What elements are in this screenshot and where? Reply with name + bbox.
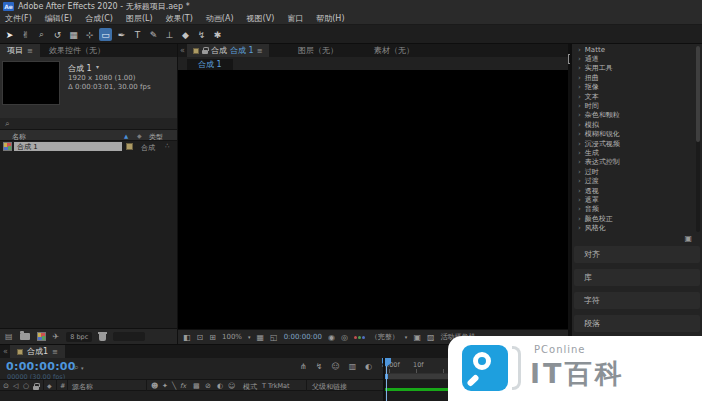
effects-category[interactable]: ›Matte [572,45,696,54]
brush-tool[interactable]: ✎ [147,28,160,41]
effects-category[interactable]: ›模糊和锐化 [572,130,696,139]
comp-name[interactable]: 合成 1 [68,63,92,74]
selection-tool[interactable]: ➤ [3,28,16,41]
shy-icon[interactable]: ☺ [331,362,339,371]
effects-category[interactable]: ›表达式控制 [572,158,696,167]
shy-column-icon[interactable]: ☻ [151,382,158,390]
chevron-down-icon[interactable]: ▾ [248,334,251,340]
tab-effect-controls[interactable]: 效果控件（无） [40,44,114,57]
effects-category[interactable]: ›文本 [572,92,696,101]
tab-footage[interactable]: 素材（无） [374,44,414,57]
pan-behind-tool[interactable]: ⊹ [83,28,96,41]
grid-guides-icon[interactable]: ▦ [257,333,265,342]
effects-category[interactable]: ›颜色校正 [572,214,696,223]
effects-category[interactable]: ›实用工具 [572,64,696,73]
menu-window[interactable]: 窗口 [287,13,303,24]
panel-character[interactable]: 字符 [574,292,700,309]
quality-column-icon[interactable]: ╲ [172,382,176,390]
menu-help[interactable]: 帮助(H) [316,13,344,24]
scrollbar-thumb[interactable] [696,46,700,142]
menu-file[interactable]: 文件(F) [5,13,32,24]
show-snapshot-icon[interactable]: ◎ [341,333,348,342]
chevron-down-icon[interactable]: ▾ [405,334,408,340]
rotation-tool[interactable]: ↺ [51,28,64,41]
effects-category[interactable]: ›音频 [572,205,696,214]
trash-icon[interactable] [99,334,106,341]
effects-category[interactable]: ›透视 [572,186,696,195]
composition-viewport[interactable] [178,70,568,329]
lock-icon[interactable] [202,50,208,54]
panel-align[interactable]: 对齐 [574,246,700,263]
tab-scroll-icon[interactable]: « [180,46,185,55]
take-snapshot-icon[interactable]: ◉ [328,333,335,342]
effects-category[interactable]: ›杂色和颗粒 [572,111,696,120]
effects-category[interactable]: ›时间 [572,101,696,110]
layer-list-area[interactable] [0,391,383,401]
new-folder-icon[interactable] [20,333,30,340]
effects-category[interactable]: ›过时 [572,167,696,176]
label-color-swatch[interactable] [126,143,133,150]
channel-icon[interactable] [354,336,365,339]
motion-blur-column-icon[interactable]: ◐ [217,382,223,390]
timeline-tab-comp[interactable]: 合成1 ≡ [10,345,65,358]
label-column-icon[interactable]: ◆ [137,132,142,139]
panel-paragraph[interactable]: 段落 [574,315,700,332]
effects-column-icon[interactable]: ▩ [193,382,200,390]
label-column-icon[interactable]: ◆ [47,382,52,389]
solo-icon[interactable]: ○ [23,382,29,390]
hand-tool[interactable]: ✌ [19,28,32,41]
tab-layer[interactable]: 图层（无） [298,44,338,57]
panel-menu-icon[interactable]: ≡ [27,47,33,55]
collapse-icon[interactable]: « [3,347,8,356]
eraser-tool[interactable]: ◆ [179,28,192,41]
zoom-tool[interactable]: ⌕ [35,28,48,41]
panel-options-icon[interactable]: ▣ [684,234,692,243]
bit-depth-button[interactable]: 8 bpc [66,332,92,342]
tab-composition[interactable]: 合成 合成 1 ≡ [187,44,269,57]
index-column[interactable]: # [60,382,65,390]
project-settings-icon[interactable]: ✈ [53,332,60,341]
viewer-tab-comp[interactable]: 合成 1 [187,59,233,70]
effects-category[interactable]: ›生成 [572,148,696,157]
mini-flowchart-icon[interactable]: ⋔ [300,362,307,371]
adjustment-column-icon[interactable]: ☺ [228,382,235,390]
motion-blur-icon[interactable]: ◐ [365,362,372,371]
type-tool[interactable]: T [131,28,144,41]
video-icon[interactable]: ⊙ [3,382,9,390]
safe-margins-icon[interactable]: ◱ [270,333,278,342]
effects-category[interactable]: ›模拟 [572,120,696,129]
effects-category[interactable]: ›遮罩 [572,195,696,204]
frame-blend-column-icon[interactable]: ⊘ [205,382,211,390]
fx-column-icon[interactable]: fx [180,382,186,390]
frame-blending-icon[interactable]: ▥ [349,362,357,371]
snapshot-icon[interactable]: ◧ [183,333,191,342]
sort-arrow-icon[interactable]: ▲ [124,133,128,139]
effects-category[interactable]: ›沉浸式视频 [572,139,696,148]
effects-category[interactable]: ›扭曲 [572,73,696,82]
resolution-value[interactable]: （完整） [371,332,399,342]
current-timecode[interactable]: 0:00:00:00 [6,360,76,373]
magnification-value[interactable]: 100% [222,333,242,341]
menu-effect[interactable]: 效果(T) [166,13,193,24]
unified-camera-tool[interactable]: ▦ [67,28,80,41]
panel-menu-icon[interactable]: ≡ [52,348,58,356]
clone-stamp-tool[interactable]: ⊥ [163,28,176,41]
menu-composition[interactable]: 合成(C) [85,13,113,24]
timeline-splitter[interactable] [383,358,385,401]
chevron-down-icon[interactable]: ▾ [96,63,99,70]
effects-category[interactable]: ›过渡 [572,176,696,185]
audio-icon[interactable]: ◁ [13,382,18,390]
monitor-icon[interactable]: ⊡ [197,333,204,342]
menu-view[interactable]: 视图(V) [247,13,275,24]
effects-category[interactable]: ›风格化 [572,223,696,232]
dual-monitor-icon[interactable]: ⊞ [209,333,216,342]
table-row[interactable]: 合成 1 合成 ∴ [0,141,177,152]
project-search-row[interactable]: ⌕ [0,118,177,130]
region-of-interest-icon[interactable]: ▣ [413,333,421,342]
new-composition-icon[interactable] [37,332,46,341]
row-name-cell[interactable]: 合成 1 [14,142,122,151]
lock-icon[interactable] [33,386,39,390]
timeline-search[interactable]: ⌕ ▾ [74,362,84,373]
panel-menu-icon[interactable]: ≡ [257,47,263,55]
menu-animation[interactable]: 动画(A) [206,13,234,24]
